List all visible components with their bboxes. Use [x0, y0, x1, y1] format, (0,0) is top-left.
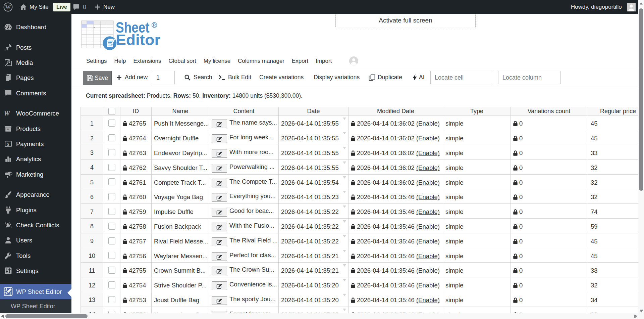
svg-text:W: W [4, 109, 11, 117]
svg-text:$: $ [7, 142, 9, 147]
svg-text:R: R [153, 23, 156, 28]
svg-text:Editor: Editor [116, 32, 160, 48]
svg-text:W: W [5, 4, 11, 10]
